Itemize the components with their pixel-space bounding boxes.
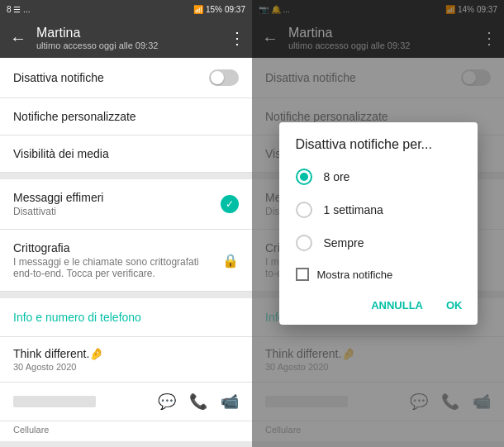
contact-name-left: Martina [36, 26, 222, 40]
disable-notifications-item[interactable]: Disattiva notifiche [0, 58, 252, 98]
radio-inner-8h [300, 173, 308, 181]
bio-date: 30 Agosto 2020 [13, 362, 239, 372]
phone-number-placeholder [13, 396, 96, 407]
show-notifications-row[interactable]: Mostra notifiche [279, 259, 478, 289]
radio-1week [296, 202, 312, 218]
radio-8h [296, 169, 312, 185]
status-bar-left: 8 ☰ ... 📶 15% 09:37 [0, 0, 252, 18]
divider-3 [0, 441, 252, 447]
dialog-actions: ANNULLA OK [279, 289, 478, 325]
option-8h-label: 8 ore [324, 170, 350, 183]
toolbar-title-left: Martina ultimo accesso oggi alle 09:32 [36, 26, 222, 50]
option-always-label: Sempre [324, 236, 364, 250]
mute-dialog: Disattiva notifiche per... 8 ore 1 setti… [279, 122, 478, 325]
phone-row: 💬 📞 📹 [0, 383, 252, 421]
battery-left: 15% [206, 5, 222, 14]
info-phone-label: Info e numero di telefono [13, 311, 141, 324]
ephemeral-messages-label: Messaggi effimeri [13, 191, 103, 204]
ephemeral-messages-sub: Disattivati [13, 206, 103, 217]
show-notifications-checkbox[interactable] [296, 268, 309, 281]
custom-notifications-label: Notifiche personalizzate [13, 110, 136, 123]
bio-item: Think different.🤌 30 Agosto 2020 [0, 337, 252, 383]
content-left: Disattiva notifiche Notifiche personaliz… [0, 58, 252, 447]
more-button-left[interactable]: ⋮ [229, 28, 245, 48]
ephemeral-messages-item[interactable]: Messaggi effimeri Disattivati ✓ [0, 179, 252, 230]
phone-label: Cellulare [0, 421, 252, 441]
option-1week[interactable]: 1 settimana [279, 193, 478, 226]
show-notifications-label: Mostra notifiche [317, 269, 393, 281]
custom-notifications-item[interactable]: Notifiche personalizzate [0, 98, 252, 136]
radio-always [296, 235, 312, 251]
info-phone-link[interactable]: Info e numero di telefono [0, 298, 252, 337]
option-8h[interactable]: 8 ore [279, 160, 478, 193]
cancel-button[interactable]: ANNULLA [366, 296, 428, 315]
left-panel: 8 ☰ ... 📶 15% 09:37 ← Martina ultimo acc… [0, 0, 252, 447]
encryption-sub: I messaggi e le chiamate sono crittograf… [13, 256, 216, 279]
ephemeral-messages-texts: Messaggi effimeri Disattivati [13, 191, 103, 217]
ok-button[interactable]: OK [441, 296, 468, 315]
option-always[interactable]: Sempre [279, 226, 478, 259]
media-visibility-label: Visibilità dei media [13, 147, 109, 160]
encryption-item[interactable]: Crittografia I messaggi e le chiamate so… [0, 230, 252, 292]
phone-actions: 💬 📞 📹 [158, 392, 239, 411]
encryption-texts: Crittografia I messaggi e le chiamate so… [13, 241, 216, 279]
video-icon[interactable]: 📹 [221, 392, 239, 411]
dialog-overlay: Disattiva notifiche per... 8 ore 1 setti… [252, 0, 504, 447]
back-button-left[interactable]: ← [7, 26, 30, 51]
disable-notifications-label: Disattiva notifiche [13, 71, 104, 84]
bio-text: Think different.🤌 [13, 347, 239, 360]
right-panel: 📷 🔔 ... 📶 14% 09:37 ← Martina ultimo acc… [252, 0, 504, 447]
status-icons-left: 8 ☰ ... [7, 5, 30, 14]
encryption-label: Crittografia [13, 241, 216, 254]
media-visibility-item[interactable]: Visibilità dei media [0, 136, 252, 173]
ephemeral-check-icon: ✓ [221, 195, 239, 213]
option-1week-label: 1 settimana [324, 203, 383, 216]
divider-2 [0, 292, 252, 298]
status-right-left: 📶 15% 09:37 [193, 5, 245, 14]
signal-icon: 📶 [193, 5, 203, 14]
toolbar-left: ← Martina ultimo accesso oggi alle 09:32… [0, 18, 252, 58]
last-seen-left: ultimo accesso oggi alle 09:32 [36, 40, 222, 50]
dialog-title: Disattiva notifiche per... [279, 122, 478, 160]
disable-notifications-toggle[interactable] [209, 69, 239, 86]
status-left: 8 ☰ ... [7, 5, 30, 14]
message-icon[interactable]: 💬 [158, 392, 176, 411]
divider-1 [0, 173, 252, 179]
time-left: 09:37 [225, 5, 245, 14]
call-icon[interactable]: 📞 [189, 392, 207, 411]
lock-icon: 🔒 [222, 253, 239, 269]
